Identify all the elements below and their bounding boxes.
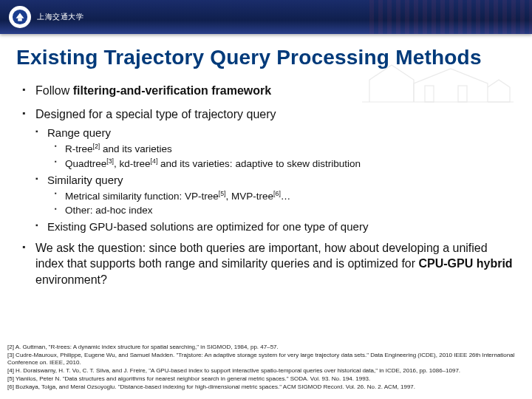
text: Quadtree[3], kd-tree[4] and its varietie… <box>65 158 361 169</box>
header-decoration <box>369 0 532 34</box>
bullet-existing-gpu: Existing GPU-based solutions are optimiz… <box>22 220 516 233</box>
ref-5: [5] Yianilos, Peter N. "Data structures … <box>7 375 525 383</box>
text: Follow <box>35 84 73 97</box>
ref-2: [2] A. Guttman, "R-trees: A dynamic inde… <box>7 344 525 351</box>
slide-title: Existing Trajectory Query Processing Met… <box>0 34 532 74</box>
bullet-quadtree: Quadtree[3], kd-tree[4] and its varietie… <box>22 157 516 170</box>
bullet-range-query: Range query <box>22 126 516 139</box>
header-band: 上海交通大学 <box>0 0 532 34</box>
ref-4: [4] H. Doraiswamy, H. T. Vo, C. T. Silva… <box>7 367 525 375</box>
bullet-similarity-query: Similarity query <box>22 174 516 186</box>
text-emph: CPU-GPU hybrid <box>419 257 513 270</box>
text: R-tree[2] and its varieties <box>65 143 172 154</box>
bullet-question: We ask the question: since both queries … <box>22 240 516 288</box>
ref-6: [6] Bozkaya, Tolga, and Meral Ozsoyoglu.… <box>7 383 525 391</box>
text: Metrical similarity function: VP-tree[5]… <box>65 191 290 202</box>
bullet-metrical: Metrical similarity function: VP-tree[5]… <box>22 189 516 202</box>
bullet-follow-framework: Follow filtering-and-verification framew… <box>22 83 516 99</box>
university-logo-icon <box>9 6 31 28</box>
slide-body: Follow filtering-and-verification framew… <box>0 74 532 287</box>
text: environment? <box>35 273 107 286</box>
university-name: 上海交通大学 <box>37 12 83 22</box>
svg-rect-1 <box>18 18 22 21</box>
text-emph: filtering-and-verification framework <box>73 84 272 97</box>
references-block: [2] A. Guttman, "R-trees: A dynamic inde… <box>7 344 525 392</box>
bullet-rtree: R-tree[2] and its varieties <box>22 142 516 154</box>
bullet-other-adhoc: Other: ad-hoc index <box>22 205 516 216</box>
bullet-designed-special: Designed for a special type of trajector… <box>22 106 516 123</box>
ref-3: [3] Cudre-Mauroux, Philippe, Eugene Wu, … <box>7 352 525 366</box>
